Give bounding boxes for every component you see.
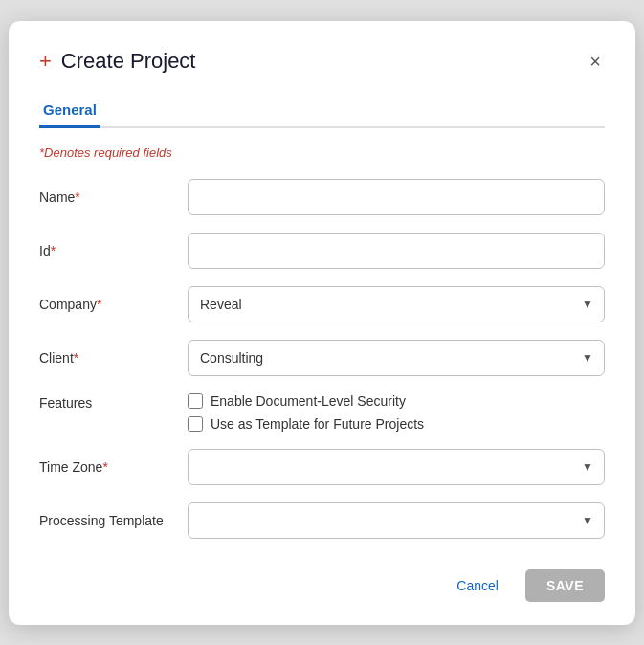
cancel-button[interactable]: Cancel <box>445 570 510 601</box>
client-select[interactable]: Consulting <box>188 340 605 376</box>
features-label: Features <box>39 393 188 411</box>
id-label: Id* <box>39 243 188 258</box>
modal-footer: Cancel SAVE <box>39 562 605 602</box>
required-note: *Denotes required fields <box>39 145 605 160</box>
name-input[interactable] <box>188 179 605 215</box>
features-row: Features Enable Document-Level Security … <box>39 393 605 432</box>
company-row: Company* Reveal ▼ <box>39 286 605 322</box>
processing-template-select[interactable] <box>188 502 605 539</box>
company-label: Company* <box>39 297 188 312</box>
close-button[interactable]: × <box>586 48 605 75</box>
processing-template-row: Processing Template ▼ <box>39 502 605 539</box>
checkbox-template[interactable] <box>188 416 203 432</box>
plus-icon: + <box>39 51 52 72</box>
timezone-select-wrapper: ▼ <box>188 449 605 485</box>
checkbox-template-row[interactable]: Use as Template for Future Projects <box>188 416 605 432</box>
id-row: Id* <box>39 233 605 269</box>
checkbox-template-label: Use as Template for Future Projects <box>211 416 424 432</box>
tabs-container: General <box>39 94 605 128</box>
timezone-label: Time Zone* <box>39 459 188 475</box>
checkbox-dls-label: Enable Document-Level Security <box>211 393 406 409</box>
save-button[interactable]: SAVE <box>525 569 605 602</box>
modal-overlay: + Create Project × General *Denotes requ… <box>0 0 644 645</box>
modal-title-group: + Create Project <box>39 49 195 74</box>
client-select-wrapper: Consulting ▼ <box>188 340 605 376</box>
modal-title: Create Project <box>61 49 196 74</box>
timezone-row: Time Zone* ▼ <box>39 449 605 485</box>
checkbox-dls[interactable] <box>188 393 203 409</box>
create-project-modal: + Create Project × General *Denotes requ… <box>9 21 635 625</box>
processing-template-select-wrapper: ▼ <box>188 502 605 539</box>
modal-header: + Create Project × <box>39 48 605 75</box>
client-row: Client* Consulting ▼ <box>39 340 605 376</box>
tab-general[interactable]: General <box>39 94 100 128</box>
company-select-wrapper: Reveal ▼ <box>188 286 605 322</box>
checkbox-dls-row[interactable]: Enable Document-Level Security <box>188 393 605 409</box>
id-input[interactable] <box>188 233 605 269</box>
name-label: Name* <box>39 189 188 205</box>
timezone-select[interactable] <box>188 449 605 485</box>
name-row: Name* <box>39 179 605 215</box>
company-select[interactable]: Reveal <box>188 286 605 322</box>
processing-template-label: Processing Template <box>39 513 188 528</box>
features-group: Enable Document-Level Security Use as Te… <box>188 393 605 432</box>
client-label: Client* <box>39 350 188 366</box>
